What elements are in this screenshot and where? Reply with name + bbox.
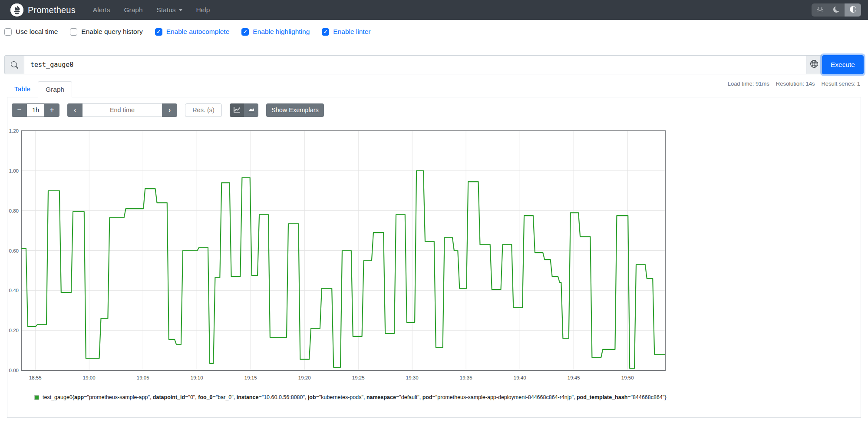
svg-text:1.00: 1.00 [9, 168, 19, 173]
range-control: − 1h + [12, 103, 59, 117]
nav-item-graph[interactable]: Graph [119, 3, 148, 17]
light-theme-button[interactable] [812, 3, 828, 17]
svg-text:18:55: 18:55 [29, 375, 42, 380]
load-time: Load time: 91ms [728, 80, 769, 87]
execute-button[interactable]: Execute [822, 55, 864, 74]
prometheus-brand[interactable]: Prometheus [10, 3, 76, 17]
nav-item-status[interactable]: Status [152, 3, 188, 17]
checkbox-enable-linter[interactable]: ✓ [322, 28, 329, 36]
svg-text:1.20: 1.20 [9, 129, 19, 133]
query-input[interactable] [24, 55, 806, 74]
svg-text:19:35: 19:35 [460, 375, 472, 380]
svg-text:0.20: 0.20 [9, 328, 19, 333]
show-exemplars-button[interactable]: Show Exemplars [266, 103, 324, 117]
svg-text:19:50: 19:50 [621, 375, 634, 380]
svg-text:19:00: 19:00 [83, 375, 96, 380]
endtime-control: ‹ › [67, 103, 177, 117]
svg-text:0.00: 0.00 [9, 368, 19, 373]
time-forward-button[interactable]: › [162, 103, 177, 117]
option-enable-linter[interactable]: ✓Enable linter [322, 28, 370, 36]
check-icon: ✓ [243, 29, 248, 34]
series-label: test_gauge0{app="prometheus-sample-app",… [43, 394, 666, 400]
option-use-local-time[interactable]: ✓Use local time [4, 28, 58, 36]
brand-title: Prometheus [28, 5, 76, 15]
checkbox-enable-query-history[interactable]: ✓ [70, 28, 77, 36]
stacked-chart-icon [248, 106, 255, 114]
prometheus-logo-icon [10, 3, 23, 17]
line-chart-icon [234, 106, 241, 114]
resolution-input[interactable] [185, 103, 222, 117]
results-panel: Load time: 91ms Resolution: 14s Result s… [7, 81, 861, 418]
chevron-right-icon: › [168, 106, 171, 113]
theme-toggle-group [812, 3, 861, 17]
moon-icon [833, 7, 839, 14]
time-back-button[interactable]: ‹ [67, 103, 83, 117]
graph-panel: − 1h + ‹ › [7, 97, 861, 418]
dark-theme-button[interactable] [828, 3, 845, 17]
checkbox-enable-highlighting[interactable]: ✓ [241, 28, 249, 36]
nav-item-help[interactable]: Help [191, 3, 215, 17]
auto-theme-button[interactable] [845, 3, 861, 17]
svg-text:19:05: 19:05 [137, 375, 149, 380]
chevron-left-icon: ‹ [74, 106, 76, 113]
svg-text:19:20: 19:20 [298, 375, 311, 380]
svg-text:19:40: 19:40 [514, 375, 526, 380]
globe-icon [810, 60, 818, 70]
svg-text:19:25: 19:25 [352, 375, 365, 380]
checkbox-enable-autocomplete[interactable]: ✓ [155, 28, 162, 36]
nav-menu: Alerts Graph Status Help [88, 3, 215, 17]
check-icon: ✓ [156, 29, 161, 34]
svg-text:19:45: 19:45 [568, 375, 580, 380]
graph-controls: − 1h + ‹ › [7, 97, 861, 116]
range-input[interactable]: 1h [27, 103, 44, 117]
result-series: Result series: 1 [821, 80, 860, 87]
contrast-icon [850, 6, 856, 14]
metrics-explorer-button[interactable] [806, 55, 822, 74]
sun-icon [817, 6, 823, 14]
query-row: Execute [4, 55, 864, 74]
range-increase-button[interactable]: + [44, 103, 59, 117]
chart-type-toggle [230, 103, 258, 117]
search-icon [4, 55, 24, 74]
option-enable-highlighting[interactable]: ✓Enable highlighting [241, 28, 310, 36]
svg-text:19:15: 19:15 [244, 375, 257, 380]
line-chart-toggle-button[interactable] [230, 103, 244, 117]
tab-table[interactable]: Table [7, 81, 38, 97]
series-color-swatch [34, 395, 39, 400]
option-enable-autocomplete[interactable]: ✓Enable autocomplete [155, 28, 230, 36]
chevron-down-icon [179, 9, 182, 11]
query-stats: Load time: 91ms Resolution: 14s Result s… [728, 80, 860, 87]
nav-item-alerts[interactable]: Alerts [88, 3, 116, 17]
svg-text:19:10: 19:10 [191, 375, 203, 380]
tab-graph[interactable]: Graph [38, 81, 72, 97]
option-enable-query-history[interactable]: ✓Enable query history [70, 28, 142, 36]
navbar: Prometheus Alerts Graph Status Help [0, 0, 868, 20]
options-row: ✓Use local time ✓Enable query history ✓E… [4, 26, 864, 37]
svg-text:0.40: 0.40 [9, 288, 19, 293]
checkbox-use-local-time[interactable]: ✓ [4, 28, 12, 36]
resolution: Resolution: 14s [776, 80, 815, 87]
end-time-input[interactable] [83, 103, 162, 117]
svg-text:0.80: 0.80 [9, 208, 19, 213]
svg-text:0.60: 0.60 [9, 248, 19, 253]
check-icon: ✓ [323, 29, 328, 34]
metric-graph[interactable]: 0.000.200.400.600.801.001.2018:5519:0019… [4, 129, 675, 383]
svg-text:19:30: 19:30 [406, 375, 419, 380]
range-decrease-button[interactable]: − [12, 103, 27, 117]
stacked-chart-toggle-button[interactable] [244, 103, 258, 117]
series-legend[interactable]: test_gauge0{app="prometheus-sample-app",… [34, 394, 861, 400]
